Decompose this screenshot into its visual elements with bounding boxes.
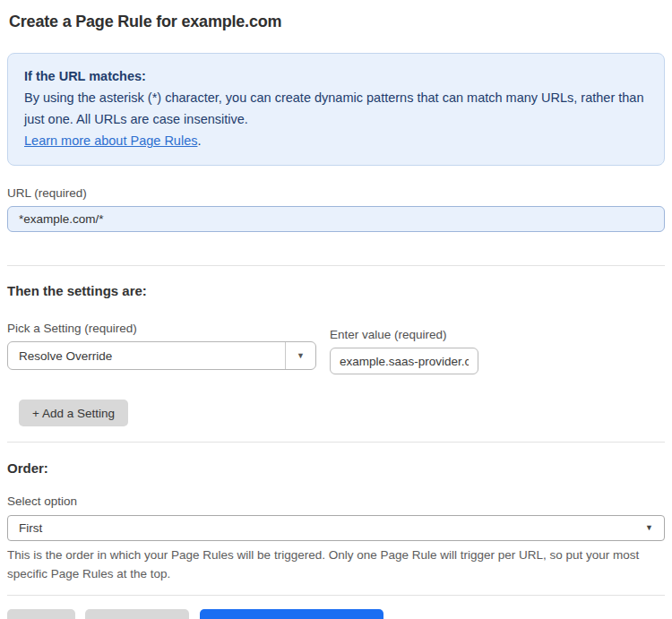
divider: [7, 595, 665, 596]
order-section-heading: Order:: [7, 460, 665, 477]
order-help-text: This is the order in which your Page Rul…: [7, 546, 654, 583]
footer-button-row: Cancel Save as Draft Save and Deploy Pag…: [7, 609, 665, 619]
info-box-link-line: Learn more about Page Rules.: [24, 130, 648, 151]
divider: [7, 265, 665, 266]
cancel-button[interactable]: Cancel: [7, 609, 75, 619]
page-title: Create a Page Rule for example.com: [9, 11, 663, 32]
setting-value-input[interactable]: [330, 348, 478, 374]
order-select-label: Select option: [7, 494, 665, 509]
url-field-label: URL (required): [7, 186, 665, 201]
create-page-rule-form: Create a Page Rule for example.com If th…: [0, 11, 672, 619]
order-select[interactable]: First ▼: [7, 515, 665, 541]
info-box-body: By using the asterisk (*) character, you…: [24, 87, 648, 130]
setting-value-label: Enter value (required): [330, 328, 478, 342]
save-and-deploy-button[interactable]: Save and Deploy Page Rule: [200, 609, 384, 619]
setting-select-value: Resolve Override: [8, 342, 285, 369]
url-match-info-box: If the URL matches: By using the asteris…: [7, 53, 665, 166]
setting-select-arrow-button[interactable]: ▼: [285, 342, 315, 369]
chevron-down-icon: ▼: [645, 524, 653, 532]
divider: [7, 442, 665, 443]
save-as-draft-button[interactable]: Save as Draft: [85, 609, 189, 619]
setting-value-group: Enter value (required): [330, 328, 478, 374]
learn-more-link[interactable]: Learn more about Page Rules: [24, 133, 197, 148]
order-select-value: First: [19, 521, 645, 535]
settings-section-heading: Then the settings are:: [7, 283, 665, 299]
chevron-down-icon: ▼: [297, 352, 305, 360]
add-setting-button[interactable]: + Add a Setting: [19, 400, 128, 426]
settings-row: Pick a Setting (required) Resolve Overri…: [7, 322, 665, 374]
url-input[interactable]: [7, 206, 665, 232]
setting-select-group: Pick a Setting (required) Resolve Overri…: [7, 322, 316, 370]
setting-select-label: Pick a Setting (required): [7, 322, 316, 336]
setting-select[interactable]: Resolve Override ▼: [7, 341, 316, 370]
link-period: .: [197, 133, 201, 148]
info-box-heading: If the URL matches:: [24, 65, 648, 87]
